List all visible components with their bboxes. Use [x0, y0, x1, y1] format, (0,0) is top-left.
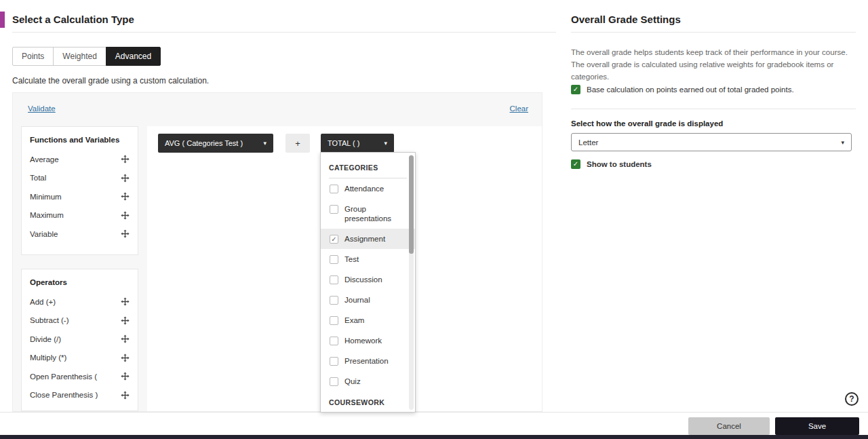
- move-icon[interactable]: [121, 297, 130, 306]
- checkbox[interactable]: [330, 185, 338, 193]
- show-to-students-label: Show to students: [587, 160, 652, 168]
- left-divider: [12, 32, 556, 33]
- calculation-caption: Calculate the overall grade using a cust…: [12, 76, 209, 85]
- category-option-homework[interactable]: Homework: [321, 330, 415, 351]
- chevron-down-icon: ▾: [841, 139, 844, 146]
- tab-advanced[interactable]: Advanced: [106, 47, 161, 66]
- tab-points[interactable]: Points: [12, 47, 54, 66]
- option-label: Quiz: [344, 377, 361, 386]
- list-item-maximum[interactable]: Maximum: [30, 206, 130, 225]
- list-item-average[interactable]: Average: [30, 150, 130, 169]
- plus-operator-chip[interactable]: +: [285, 134, 310, 153]
- item-label: Variable: [30, 230, 58, 238]
- move-icon[interactable]: [121, 229, 130, 238]
- total-chip[interactable]: TOTAL ( ) ▾: [321, 134, 394, 153]
- item-label: Subtract (-): [30, 316, 69, 324]
- operators-card: Operators Add (+) Subtract (-) Divide (/…: [21, 269, 138, 411]
- list-item-close-parenthesis[interactable]: Close Parenthesis ): [30, 386, 130, 405]
- checkbox-checked[interactable]: ✓: [571, 85, 580, 94]
- category-option-attendance[interactable]: Attendance: [321, 178, 415, 199]
- item-label: Maximum: [30, 211, 64, 219]
- move-icon[interactable]: [121, 316, 130, 325]
- page-bottom-strip: [0, 435, 868, 439]
- item-label: Add (+): [30, 298, 56, 306]
- grade-display-select[interactable]: Letter ▾: [571, 133, 852, 151]
- list-item-add[interactable]: Add (+): [30, 292, 130, 311]
- checkbox[interactable]: [330, 357, 338, 366]
- option-label: Assignment: [344, 234, 385, 244]
- option-label: Discussion: [344, 275, 382, 284]
- move-icon[interactable]: [121, 211, 130, 220]
- checkbox[interactable]: [330, 255, 338, 264]
- checkbox[interactable]: [330, 337, 338, 345]
- move-icon[interactable]: [121, 155, 130, 164]
- item-label: Average: [30, 155, 59, 164]
- category-option-presentation[interactable]: Presentation: [321, 351, 415, 371]
- item-label: Open Parenthesis (: [30, 373, 97, 381]
- checkbox[interactable]: [330, 296, 338, 305]
- list-item-subtract[interactable]: Subtract (-): [30, 311, 130, 330]
- page-title: Select a Calculation Type: [12, 14, 134, 25]
- category-option-exam[interactable]: Exam: [321, 310, 415, 330]
- avg-categories-chip[interactable]: AVG ( Categories Test ) ▾: [158, 134, 273, 153]
- checkbox[interactable]: [330, 377, 338, 386]
- checkbox[interactable]: [330, 316, 338, 325]
- chevron-down-icon[interactable]: ▾: [384, 140, 387, 147]
- formula-editor-panel: Validate Clear AVG ( Categories Test ) ▾…: [12, 92, 542, 412]
- coursework-section-header: COURSEWORK: [329, 394, 407, 413]
- base-calculation-label: Base calculation on points earned out of…: [587, 85, 794, 94]
- checkbox[interactable]: [330, 205, 338, 214]
- category-option-assignment[interactable]: ✓ Assignment: [321, 229, 415, 249]
- operators-card-title: Operators: [30, 278, 130, 286]
- accent-bar: [0, 12, 5, 28]
- scrollbar-thumb[interactable]: [409, 155, 414, 254]
- move-icon[interactable]: [121, 372, 130, 381]
- calc-type-tabs: Points Weighted Advanced: [12, 47, 161, 66]
- list-item-total[interactable]: Total: [30, 169, 130, 188]
- categories-section-header: CATEGORIES: [329, 159, 407, 178]
- checkbox[interactable]: [330, 275, 338, 284]
- base-calculation-row: ✓ Base calculation on points earned out …: [571, 85, 794, 94]
- option-label: Homework: [344, 336, 382, 345]
- option-label: Group presentations: [344, 204, 400, 223]
- option-label: Presentation: [344, 356, 389, 366]
- checkbox-checked[interactable]: ✓: [330, 235, 338, 244]
- clear-link[interactable]: Clear: [510, 104, 528, 113]
- move-icon[interactable]: [121, 354, 130, 362]
- total-categories-dropdown: CATEGORIES Attendance Group presentation…: [320, 152, 416, 413]
- category-option-group-presentations[interactable]: Group presentations: [321, 199, 415, 229]
- list-item-divide[interactable]: Divide (/): [30, 330, 130, 349]
- item-label: Minimum: [30, 193, 62, 201]
- save-button[interactable]: Save: [775, 417, 859, 435]
- move-icon[interactable]: [121, 391, 130, 400]
- move-icon[interactable]: [121, 174, 130, 183]
- chevron-down-icon[interactable]: ▾: [263, 140, 267, 147]
- category-option-quiz[interactable]: Quiz: [321, 371, 415, 392]
- tab-weighted[interactable]: Weighted: [53, 47, 106, 66]
- cancel-button[interactable]: Cancel: [688, 417, 770, 435]
- item-label: Close Parenthesis ): [30, 391, 98, 399]
- help-icon[interactable]: ?: [845, 392, 859, 406]
- display-mode-label: Select how the overall grade is displaye…: [571, 119, 723, 128]
- overall-grade-description: The overall grade helps students keep tr…: [571, 47, 859, 83]
- footer-buttons: Cancel Save: [688, 417, 859, 435]
- validate-link[interactable]: Validate: [28, 104, 56, 113]
- functions-card-title: Functions and Variables: [30, 136, 130, 144]
- functions-and-variables-card: Functions and Variables Average Total Mi…: [21, 126, 138, 255]
- move-icon[interactable]: [121, 192, 130, 201]
- list-item-variable[interactable]: Variable: [30, 225, 130, 244]
- category-option-discussion[interactable]: Discussion: [321, 269, 415, 290]
- category-option-test[interactable]: Test: [321, 249, 415, 269]
- avg-chip-label: AVG ( Categories Test ): [165, 139, 243, 147]
- category-option-journal[interactable]: Journal: [321, 290, 415, 310]
- option-label: Journal: [344, 295, 370, 305]
- list-item-minimum[interactable]: Minimum: [30, 187, 130, 206]
- right-divider: [571, 32, 856, 33]
- option-label: Test: [344, 254, 359, 264]
- overall-grade-settings-title: Overall Grade Settings: [571, 14, 681, 25]
- checkbox-checked[interactable]: ✓: [571, 159, 580, 169]
- total-chip-label: TOTAL ( ): [328, 139, 359, 147]
- list-item-multiply[interactable]: Multiply (*): [30, 349, 130, 368]
- list-item-open-parenthesis[interactable]: Open Parenthesis (: [30, 367, 130, 386]
- move-icon[interactable]: [121, 335, 130, 343]
